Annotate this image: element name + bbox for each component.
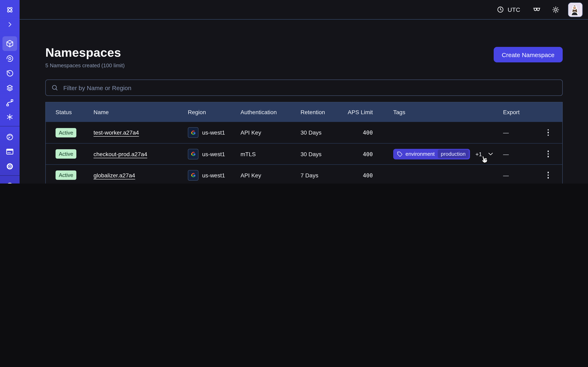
cursor-pointer [480, 154, 490, 164]
name-cell: checkout-prod.a27a4 [94, 151, 188, 157]
auth-cell: mTLS [241, 151, 301, 157]
region-label: us-west1 [202, 172, 225, 178]
row-actions-menu[interactable] [546, 128, 551, 138]
export-cell: — [503, 172, 544, 178]
status-cell: Active [56, 128, 94, 137]
topbar: UTC [20, 0, 588, 20]
namespaces-cube-icon [5, 39, 14, 48]
retention-cell: 30 Days [301, 129, 345, 136]
name-cell: globalizer.a27a4 [94, 172, 188, 178]
gcp-logo-icon [188, 149, 199, 159]
layers-icon [5, 83, 14, 92]
retention-cell: 7 Days [301, 172, 345, 178]
row-actions-menu[interactable] [546, 170, 551, 180]
auth-cell: API Key [241, 129, 301, 136]
usage-gauge-icon [5, 133, 14, 142]
table-header-row: Status Name Region Authentication Retent… [46, 102, 562, 122]
page-header: Namespaces 5 Namespaces created (100 lim… [45, 46, 563, 68]
region-cell: us-west1 [188, 170, 241, 180]
status-badge: Active [56, 149, 77, 159]
status-cell: Active [56, 170, 94, 180]
col-header-region: Region [188, 109, 241, 115]
filter-bar [45, 80, 563, 96]
tags-group: environment production +1 [393, 149, 494, 159]
table-row: Active test-worker.a27a4 us-west1 API Ke… [46, 122, 562, 143]
auth-cell: API Key [241, 172, 301, 178]
glasses-icon [532, 5, 541, 14]
insights-spiral-icon [5, 54, 14, 63]
row-actions-menu[interactable] [546, 149, 551, 159]
sidebar-item-nexus[interactable] [2, 110, 17, 124]
col-header-name: Name [94, 109, 188, 115]
theme-toggle[interactable] [552, 6, 560, 14]
avatar-photo [568, 3, 581, 15]
gcp-logo-icon [188, 127, 199, 138]
sidebar-item-layers[interactable] [2, 81, 17, 95]
col-header-export: Export [503, 109, 544, 115]
schedules-clock-icon [5, 69, 14, 78]
aps-limit-cell: 400 [345, 129, 373, 136]
search-icon [51, 84, 58, 91]
sidebar-item-settings[interactable] [2, 159, 17, 174]
col-header-retention: Retention [301, 109, 345, 115]
col-header-auth: Authentication [241, 109, 301, 115]
table-row: Active globalizer.a27a4 us-west1 API Key… [46, 164, 562, 184]
support-lifebuoy-icon [5, 182, 14, 184]
tag-value: production [438, 150, 469, 158]
sidebar-item-deployments[interactable] [2, 95, 17, 110]
create-namespace-button[interactable]: Create Namespace [494, 47, 563, 62]
col-header-aps: APS Limit [345, 109, 373, 115]
tag-chip[interactable]: environment production [393, 149, 470, 159]
region-cell: us-west1 [188, 149, 241, 159]
timezone-label: UTC [508, 6, 520, 13]
status-badge: Active [56, 170, 77, 180]
user-avatar[interactable] [568, 2, 583, 17]
sidebar-divider [0, 175, 20, 176]
col-header-tags: Tags [373, 109, 503, 115]
expand-chevron-icon[interactable] [2, 17, 17, 32]
table-body: Active test-worker.a27a4 us-west1 API Ke… [46, 122, 562, 184]
namespaces-table: Status Name Region Authentication Retent… [45, 102, 563, 184]
tag-icon [397, 151, 403, 157]
aps-limit-cell: 400 [345, 151, 373, 157]
gcp-logo-icon [188, 170, 199, 180]
aps-limit-cell: 400 [345, 172, 373, 178]
deployments-branch-icon [5, 98, 14, 107]
sidebar-item-namespaces[interactable] [2, 36, 17, 51]
namespace-link[interactable]: globalizer.a27a4 [94, 172, 135, 178]
export-cell: — [503, 151, 544, 157]
nexus-asterisk-icon [5, 113, 14, 122]
namespace-link[interactable]: test-worker.a27a4 [94, 129, 139, 136]
export-cell: — [503, 129, 544, 136]
region-cell: us-west1 [188, 127, 241, 138]
namespace-link[interactable]: checkout-prod.a27a4 [94, 151, 147, 157]
name-cell: test-worker.a27a4 [94, 129, 188, 136]
main-content: Namespaces 5 Namespaces created (100 lim… [20, 20, 588, 184]
sidebar-divider [0, 126, 20, 126]
app-window: 2.35.1 UTC [0, 0, 588, 184]
retention-cell: 30 Days [301, 151, 345, 157]
sidebar-item-support[interactable] [2, 179, 17, 184]
col-header-status: Status [56, 109, 94, 115]
status-cell: Active [56, 149, 94, 159]
status-badge: Active [56, 128, 77, 137]
page-title: Namespaces [45, 46, 125, 59]
sidebar-item-usage[interactable] [2, 130, 17, 144]
region-label: us-west1 [202, 129, 225, 136]
sidebar-item-schedules[interactable] [2, 66, 17, 81]
filter-input[interactable] [62, 84, 557, 92]
labs-glasses-toggle[interactable] [532, 5, 541, 14]
billing-card-icon [5, 147, 14, 156]
sidebar-item-billing[interactable] [2, 144, 17, 159]
sidebar-item-insights[interactable] [2, 51, 17, 66]
region-label: us-west1 [202, 151, 225, 157]
tag-key: environment [406, 151, 435, 157]
temporal-logo-icon[interactable] [2, 2, 17, 17]
sun-icon [552, 6, 560, 14]
clock-icon [497, 6, 504, 13]
timezone-selector[interactable]: UTC [497, 6, 520, 13]
sidebar: 2.35.1 [0, 0, 20, 184]
page-subtitle: 5 Namespaces created (100 limit) [45, 62, 125, 68]
settings-gear-icon [5, 162, 14, 171]
